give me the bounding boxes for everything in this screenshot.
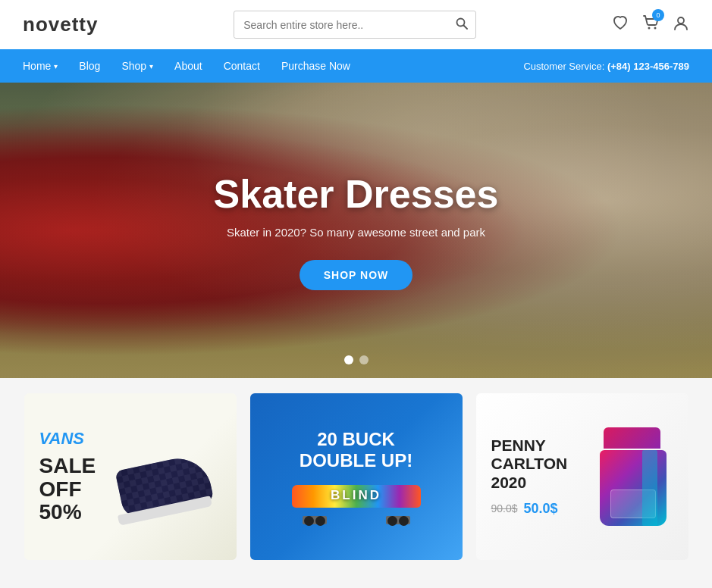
backpack-graphic xyxy=(594,427,673,526)
skate-inner: 20 BUCKDOUBLE UP! BLIND xyxy=(250,429,463,524)
vans-shoe xyxy=(115,431,221,522)
card-penny[interactable]: PENNYCARLTON2020 90.0$ 50.0$ xyxy=(476,393,688,560)
hero-slider: Skater Dresses Skater in 2020? So many a… xyxy=(0,83,712,378)
vans-text: VANS SALEOFF50% xyxy=(39,429,96,524)
svg-point-2 xyxy=(648,27,651,30)
new-price: 50.0$ xyxy=(524,501,558,517)
card-skate[interactable]: 20 BUCKDOUBLE UP! BLIND xyxy=(250,393,463,560)
search-bar xyxy=(234,11,476,39)
svg-point-3 xyxy=(654,27,657,30)
nav-item-contact[interactable]: Contact xyxy=(224,60,260,72)
penny-text: PENNYCARLTON2020 90.0$ 50.0$ xyxy=(491,436,568,516)
search-icon xyxy=(456,17,468,30)
user-icon[interactable] xyxy=(673,14,689,35)
hero-title: Skater Dresses xyxy=(214,171,499,217)
nav-item-shop[interactable]: Shop ▾ xyxy=(121,60,153,72)
cards-section: VANS SALEOFF50% 20 BUCKDOUBLE UP! BLIND xyxy=(0,378,712,575)
hero-dots xyxy=(344,355,369,364)
hero-subtitle: Skater in 2020? So many awesome street a… xyxy=(214,226,499,239)
shop-now-button[interactable]: SHOP NOW xyxy=(300,260,413,290)
penny-name: PENNYCARLTON2020 xyxy=(491,436,568,491)
chevron-down-icon: ▾ xyxy=(54,62,58,70)
hero-dot-2[interactable] xyxy=(359,355,369,364)
vans-logo: VANS xyxy=(39,429,96,449)
hero-content: Skater Dresses Skater in 2020? So many a… xyxy=(214,171,499,290)
card-vans[interactable]: VANS SALEOFF50% xyxy=(24,393,237,560)
wishlist-icon[interactable] xyxy=(612,14,629,35)
vans-sale-text: SALEOFF50% xyxy=(39,455,96,524)
logo[interactable]: novetty xyxy=(23,13,98,36)
svg-line-1 xyxy=(464,26,468,30)
nav-item-about[interactable]: About xyxy=(174,60,202,72)
nav-item-blog[interactable]: Blog xyxy=(79,60,100,72)
nav-item-home[interactable]: Home ▾ xyxy=(23,60,58,72)
navbar: Home ▾ Blog Shop ▾ About Contact Purchas… xyxy=(0,49,712,83)
skateboard: BLIND xyxy=(292,485,421,524)
old-price: 90.0$ xyxy=(491,502,518,514)
cart-icon[interactable]: 0 xyxy=(642,14,659,35)
cart-badge: 0 xyxy=(652,9,664,21)
search-button[interactable] xyxy=(448,11,475,38)
header-icons: 0 xyxy=(612,14,689,35)
penny-price: 90.0$ 50.0$ xyxy=(491,501,568,517)
nav-item-purchase[interactable]: Purchase Now xyxy=(281,60,350,72)
skate-text: 20 BUCKDOUBLE UP! xyxy=(250,429,463,471)
chevron-down-icon-shop: ▾ xyxy=(149,62,153,70)
header: novetty 0 xyxy=(0,0,712,49)
customer-service: Customer Service: (+84) 123-456-789 xyxy=(523,61,689,72)
svg-point-4 xyxy=(678,17,684,23)
search-input[interactable] xyxy=(234,13,448,37)
hero-dot-1[interactable] xyxy=(344,355,353,364)
nav-left: Home ▾ Blog Shop ▾ About Contact Purchas… xyxy=(23,60,350,72)
